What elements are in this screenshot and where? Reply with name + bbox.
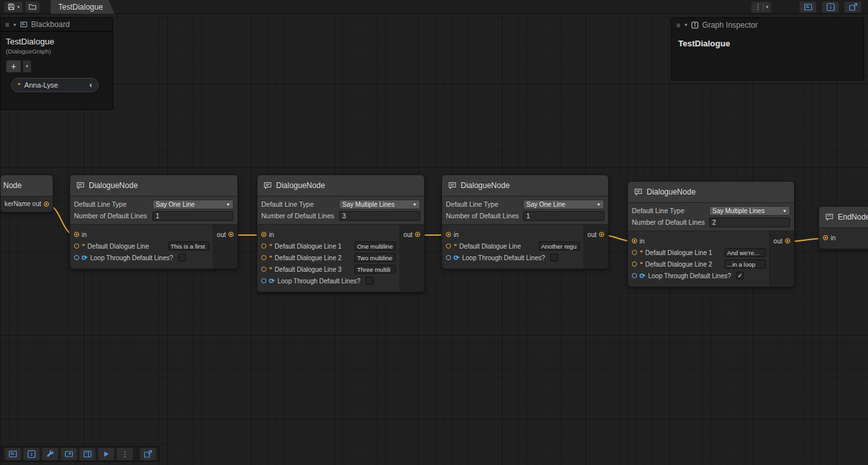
num-lines-input[interactable]: 1: [523, 211, 604, 221]
blackboard-icon: [8, 450, 17, 459]
loop-label: Loop Through Default Lines?: [90, 254, 173, 261]
end-node[interactable]: EndNode in: [818, 206, 868, 249]
line-type-label: Default Line Type: [446, 200, 499, 208]
loop-checkbox[interactable]: [550, 254, 558, 261]
line-type-dropdown[interactable]: Say Multiple Lines ▼: [709, 206, 790, 216]
panel-layout-icon: [83, 450, 92, 459]
blackboard-graph-type: (DialogueGraph): [1, 46, 113, 55]
open-external-button[interactable]: [140, 448, 156, 460]
in-port-label: in: [454, 231, 459, 238]
dropdown-value: Say One Line: [526, 201, 566, 208]
dialogue-line-value: This is a first: [171, 243, 205, 250]
port-out[interactable]: [599, 232, 604, 237]
top-toolbar: ▾ TestDialogue ⋮ ▾: [0, 0, 868, 14]
node-ports: in ❝ Default Dialogue Line Another regu …: [442, 225, 608, 269]
out-port-label: out: [32, 200, 41, 207]
port-out[interactable]: [228, 232, 234, 237]
open-asset-button[interactable]: [25, 1, 40, 13]
port-dialogue-line[interactable]: [261, 243, 266, 249]
collapse-chevron-icon[interactable]: ‹: [89, 81, 92, 90]
start-node-partial[interactable]: Node kerName out: [0, 175, 53, 213]
minimap-toggle-button[interactable]: [60, 448, 77, 460]
line-type-label: Default Line Type: [74, 200, 127, 208]
collapse-arrow-icon[interactable]: ▼: [683, 23, 688, 27]
loop-checkbox[interactable]: ✓: [736, 272, 744, 280]
toggle-blackboard-button[interactable]: [799, 1, 817, 13]
port-dialogue-line[interactable]: [74, 243, 79, 249]
dialogue-line-input[interactable]: Two multiline: [355, 253, 396, 262]
panels-toggle-button[interactable]: [79, 448, 96, 460]
more-options-button[interactable]: ⋮ ▾: [751, 1, 771, 13]
port-loop[interactable]: [632, 273, 637, 278]
port-in[interactable]: [823, 235, 828, 240]
port-dialogue-line[interactable]: [632, 250, 637, 255]
chevron-down-icon: ▾: [17, 5, 20, 10]
loop-checkbox[interactable]: [178, 254, 186, 261]
dialogue-line-input[interactable]: And we're...: [725, 248, 766, 257]
port-out[interactable]: [415, 232, 420, 237]
dialogue-node-3[interactable]: DialogueNode Default Line Type Say One L…: [441, 175, 609, 269]
port-row: kerName out: [1, 196, 53, 212]
node-title-bar: DialogueNode: [628, 182, 794, 203]
port-out[interactable]: [785, 238, 790, 243]
dialogue-line-input[interactable]: Another regu: [539, 242, 580, 251]
node-title-bar: Node: [1, 175, 53, 196]
dialogue-line-input[interactable]: This is a first: [168, 242, 209, 251]
line-type-dropdown[interactable]: Say One Line ▼: [152, 200, 234, 209]
blackboard-property-pill[interactable]: ❝ Anna-Lyse ‹: [11, 78, 98, 92]
port-dialogue-line[interactable]: [261, 267, 266, 272]
num-lines-input[interactable]: 1: [152, 211, 234, 221]
dialogue-line-value: Two multiline: [357, 254, 392, 261]
out-port-label: out: [217, 231, 226, 238]
port-loop[interactable]: [446, 255, 451, 260]
dialogue-line-label: Default Dialogue Line: [88, 243, 149, 250]
port-in[interactable]: [632, 238, 637, 243]
line-type-dropdown[interactable]: Say Multiple Lines ▼: [339, 200, 420, 209]
num-lines-input[interactable]: 3: [339, 211, 420, 221]
loop-icon: ⟳: [82, 254, 88, 261]
node-ports: in ❝ Default Dialogue Line 1 And we're..…: [628, 231, 794, 287]
port-in[interactable]: [261, 232, 266, 237]
blackboard-panel[interactable]: ≡ ▼ Blackboard TestDialogue (DialogueGra…: [0, 17, 113, 110]
dialogue-line-label: Default Dialogue Line 1: [645, 249, 712, 256]
blackboard-icon: [20, 21, 28, 28]
dialogue-node-4[interactable]: DialogueNode Default Line Type Say Multi…: [627, 181, 795, 287]
dialogue-line-label: Default Dialogue Line: [459, 243, 521, 250]
num-lines-input[interactable]: 2: [709, 218, 790, 227]
dialogue-node-2[interactable]: DialogueNode Default Line Type Say Multi…: [257, 175, 425, 292]
toggle-inspector-button[interactable]: [822, 1, 839, 13]
blackboard-toggle-button[interactable]: [5, 448, 21, 460]
port-in[interactable]: [74, 232, 79, 237]
wrench-settings-button[interactable]: [42, 448, 59, 460]
loop-checkbox[interactable]: [365, 277, 373, 285]
collapse-arrow-icon[interactable]: ▼: [12, 23, 17, 27]
port-dialogue-line[interactable]: [446, 243, 451, 249]
menu-icon[interactable]: ≡: [5, 21, 9, 28]
toggle-preview-button[interactable]: [844, 1, 862, 13]
out-port-label: out: [587, 231, 596, 238]
tab-testdialogue[interactable]: TestDialogue: [51, 0, 115, 14]
speaker-name-label: kerName: [5, 200, 31, 207]
node-title: DialogueNode: [89, 181, 138, 190]
inspector-toggle-button[interactable]: [23, 448, 40, 460]
num-lines-value: 1: [526, 213, 530, 220]
dialogue-line-input[interactable]: ...in a loop: [725, 260, 766, 269]
graph-inspector-panel[interactable]: ≡ ▼ Graph Inspector TestDialogue: [671, 17, 864, 81]
port-out[interactable]: [44, 202, 49, 207]
dialogue-line-input[interactable]: Three multili: [355, 265, 396, 274]
menu-icon[interactable]: ≡: [676, 21, 680, 29]
port-loop[interactable]: [74, 255, 79, 260]
port-dialogue-line[interactable]: [632, 261, 637, 267]
add-property-dropdown[interactable]: ▾: [23, 60, 32, 73]
port-in[interactable]: [446, 232, 451, 237]
port-dialogue-line[interactable]: [261, 255, 266, 260]
more-button[interactable]: ⋮: [116, 448, 133, 460]
port-loop[interactable]: [261, 278, 266, 283]
save-button[interactable]: ▾: [4, 1, 23, 13]
dialogue-line-input[interactable]: One multiline: [355, 242, 396, 251]
preview-play-button[interactable]: [98, 448, 115, 460]
dialogue-node-1[interactable]: DialogueNode Default Line Type Say One L…: [69, 175, 238, 269]
line-type-dropdown[interactable]: Say One Line ▼: [523, 200, 604, 209]
more-icon: ⋮: [122, 450, 129, 459]
add-property-button[interactable]: +: [6, 60, 21, 73]
